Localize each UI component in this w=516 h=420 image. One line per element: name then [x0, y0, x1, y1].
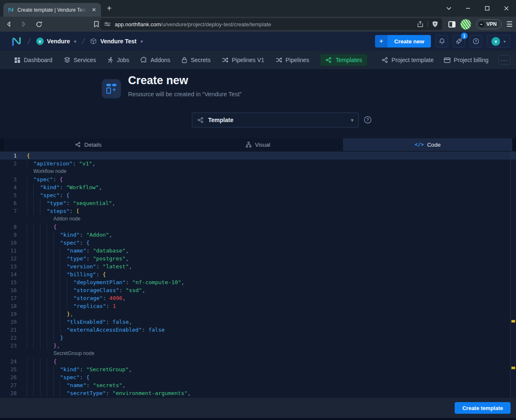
code-line[interactable]: 18"replicas": 1	[0, 302, 516, 310]
nav-item-pipelines-v1[interactable]: Pipelines V1	[222, 57, 264, 63]
warning-marker[interactable]	[511, 320, 515, 322]
help-button[interactable]: ?	[470, 35, 482, 48]
url-bar[interactable]: app.northflank.com/u/vendure/project/dep…	[100, 18, 442, 30]
warning-marker[interactable]	[511, 367, 515, 369]
code-line[interactable]: 12"type": "postgres",	[0, 255, 516, 262]
code-line[interactable]: 17"storage": 4096,	[0, 294, 516, 302]
tab-search-chevron-icon[interactable]	[439, 0, 458, 17]
vpn-button[interactable]: VPN	[476, 19, 501, 29]
chevron-down-icon: ▾	[351, 118, 353, 123]
svg-text:?: ?	[366, 118, 369, 122]
new-tab-button[interactable]: +	[107, 4, 112, 13]
nav-item-secrets[interactable]: Secrets	[181, 57, 210, 63]
question-icon: ?	[473, 38, 479, 45]
brave-shield-icon[interactable]	[432, 21, 438, 28]
code-line[interactable]: 24{	[0, 358, 516, 365]
code-line[interactable]: 27"name": "secrets",	[0, 381, 516, 389]
avatar: v	[491, 37, 500, 46]
breadcrumb-team[interactable]: v Vendure ▾	[36, 38, 76, 45]
code-annotation[interactable]: Addon node	[0, 215, 516, 223]
help-icon[interactable]: ?	[364, 116, 372, 124]
overview-ruler[interactable]	[510, 151, 516, 398]
code-line[interactable]: 15"deploymentPlan": "nf-compute-10",	[0, 278, 516, 286]
window-close-button[interactable]	[497, 0, 516, 17]
more-button[interactable]: ···	[498, 55, 510, 65]
code-annotation[interactable]: SecretGroup node	[0, 350, 516, 358]
resource-type-dropdown[interactable]: Template ▾	[192, 112, 359, 128]
pipelines-icon	[222, 57, 229, 63]
nav-item-services[interactable]: Services	[64, 57, 96, 63]
code-line[interactable]: 6"type": "sequential",	[0, 199, 516, 207]
notifications-button[interactable]	[435, 35, 448, 48]
menu-icon[interactable]: ☰	[506, 20, 513, 29]
code-line[interactable]: 21"externalAccessEnabled": false	[0, 326, 516, 334]
code-line[interactable]: 23},	[0, 342, 516, 350]
code-line[interactable]: 5"spec": {	[0, 191, 516, 199]
project-name: Vendure Test	[100, 38, 136, 45]
window-maximize-button[interactable]	[478, 0, 497, 17]
vpn-status-icon	[479, 22, 484, 27]
sitemap-icon	[246, 142, 252, 148]
code-line[interactable]: 8{	[0, 223, 516, 231]
create-new-button[interactable]: + Create new	[375, 35, 431, 48]
sidebar-toggle-icon[interactable]	[448, 21, 456, 28]
code-line[interactable]: 28"secretType": "environment-arguments",	[0, 389, 516, 397]
bell-icon	[439, 38, 445, 45]
extension-icon[interactable]	[461, 19, 471, 30]
nav-item-addons[interactable]: Addons	[141, 57, 170, 63]
forward-icon[interactable]	[18, 18, 30, 30]
tab-code[interactable]: </> Code	[343, 138, 512, 151]
code-line[interactable]: 19},	[0, 310, 516, 318]
code-annotation[interactable]: Workflow node	[0, 168, 516, 175]
code-line[interactable]: 13"version": "latest",	[0, 262, 516, 270]
browser-toolbar: app.northflank.com/u/vendure/project/dep…	[0, 17, 516, 32]
site-settings-icon[interactable]	[104, 22, 111, 27]
browser-tab[interactable]: Create template | Vendure Test | V ✕	[3, 3, 101, 17]
nav-item-dashboard[interactable]: Dashboard	[14, 57, 53, 63]
code-line[interactable]: 3"spec": {	[0, 175, 516, 183]
code-line[interactable]: 16"storageClass": "ssd",	[0, 286, 516, 294]
code-line[interactable]: 9"kind": "Addon",	[0, 231, 516, 239]
code-line[interactable]: 4"kind": "Workflow",	[0, 183, 516, 191]
breadcrumb-project[interactable]: Vendure Test ▾	[90, 38, 143, 45]
window-minimize-button[interactable]	[458, 0, 478, 17]
rocket-icon	[456, 38, 462, 45]
code-line[interactable]: 2"apiVersion": "v1",	[0, 160, 516, 168]
code-editor[interactable]: 1{2"apiVersion": "v1",Workflow node3"spe…	[0, 151, 516, 398]
northflank-logo[interactable]	[11, 36, 22, 47]
team-name: Vendure	[47, 38, 70, 45]
svg-text:?: ?	[475, 39, 477, 43]
code-line[interactable]: 22}	[0, 334, 516, 342]
code-line[interactable]: 25"kind": "SecretGroup",	[0, 365, 516, 373]
back-icon[interactable]	[3, 18, 15, 30]
share-icon[interactable]	[417, 21, 423, 28]
code-line[interactable]: 7"steps": [	[0, 207, 516, 215]
nav-item-jobs[interactable]: Jobs	[107, 57, 129, 63]
code-line[interactable]: 26"spec": {	[0, 373, 516, 381]
nav-item-project-billing[interactable]: Project billing	[444, 57, 488, 63]
nav-item-templates[interactable]: Templates	[320, 54, 367, 66]
app-window: Create template | Vendure Test | V ✕ +	[0, 0, 516, 420]
create-template-button[interactable]: Create template	[455, 402, 511, 414]
code-line[interactable]: 20"tlsEnabled": false,	[0, 318, 516, 326]
breadcrumb-divider: /	[81, 37, 85, 46]
tab-close-icon[interactable]: ✕	[90, 6, 98, 14]
whats-new-button[interactable]: 1	[453, 35, 465, 48]
nav-item-pipelines[interactable]: Pipelines	[276, 57, 310, 63]
tab-details[interactable]: Details	[4, 138, 173, 151]
reload-icon[interactable]	[33, 18, 45, 30]
code-lines: 1{2"apiVersion": "v1",Workflow node3"spe…	[0, 152, 516, 397]
chevron-down-icon: ▾	[503, 39, 506, 44]
bottom-strip	[0, 418, 516, 420]
code-line[interactable]: 11"name": "database",	[0, 247, 516, 255]
tab-visual[interactable]: Visual	[174, 138, 343, 151]
nav-item-project-template[interactable]: Project template	[382, 57, 434, 63]
account-menu[interactable]: v ▾	[487, 35, 510, 48]
action-footer: Create template	[0, 398, 516, 418]
plus-icon[interactable]: +	[375, 35, 388, 48]
divider	[428, 21, 428, 28]
code-line[interactable]: 1{	[0, 152, 516, 160]
code-line[interactable]: 10"spec": {	[0, 239, 516, 247]
view-tabs: Details Visual </> Code	[0, 138, 516, 151]
code-line[interactable]: 14"billing": {	[0, 270, 516, 278]
